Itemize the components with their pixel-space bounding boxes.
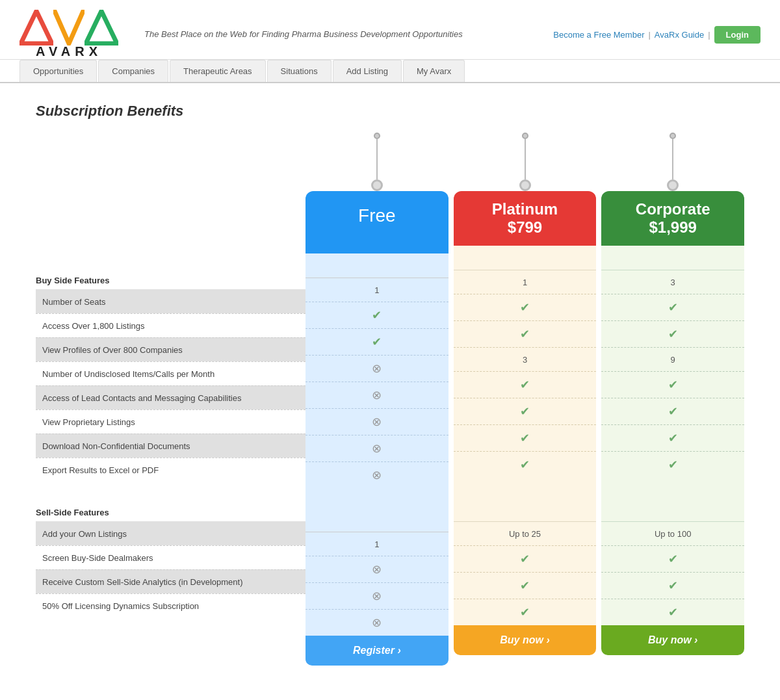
free-lead-contacts: ⊗ bbox=[306, 382, 448, 408]
corp-screen: ✔ bbox=[601, 545, 744, 572]
logo-v-icon bbox=[53, 10, 84, 45]
free-add-listings: 1 bbox=[306, 532, 448, 556]
corp-undisclosed: 9 bbox=[601, 347, 744, 371]
feature-add-listings: Add your Own Listings bbox=[36, 521, 306, 545]
feature-undisclosed-items: Number of Undisclosed Items/Calls per Mo… bbox=[36, 361, 306, 385]
corp-seats: 3 bbox=[601, 270, 744, 294]
svg-marker-0 bbox=[21, 11, 52, 44]
tagline: The Best Place on the Web for Finding Ph… bbox=[144, 28, 553, 41]
corp-proprietary: ✔ bbox=[601, 398, 744, 424]
corp-access-listings: ✔ bbox=[601, 294, 744, 320]
feature-download-docs: Download Non-Confidential Documents bbox=[36, 434, 306, 458]
plat-seats: 1 bbox=[454, 270, 597, 294]
corp-download: ✔ bbox=[601, 424, 744, 451]
corp-lead-contacts: ✔ bbox=[601, 371, 744, 398]
feature-screen-dealmakers: Screen Buy-Side Dealmakers bbox=[36, 545, 306, 569]
plat-licensing: ✔ bbox=[454, 599, 597, 625]
corp-licensing: ✔ bbox=[601, 599, 744, 625]
plat-add-listings: Up to 25 bbox=[454, 521, 597, 545]
plat-proprietary: ✔ bbox=[454, 398, 597, 424]
nav-add-listing[interactable]: Add Listing bbox=[333, 60, 402, 82]
features-column: Buy Side Features Number of Seats Access… bbox=[36, 126, 306, 666]
platinum-card-header: Platinum $799 bbox=[454, 191, 597, 246]
separator-1: | bbox=[648, 30, 650, 40]
feature-number-of-seats: Number of Seats bbox=[36, 289, 306, 313]
free-licensing: ⊗ bbox=[306, 609, 448, 636]
free-download: ⊗ bbox=[306, 435, 448, 461]
avarx-guide-link[interactable]: AvaRx Guide bbox=[655, 30, 704, 40]
plat-undisclosed: 3 bbox=[454, 347, 597, 371]
free-cta-button[interactable]: Register › bbox=[306, 636, 448, 666]
plat-download: ✔ bbox=[454, 424, 597, 451]
free-seats: 1 bbox=[306, 278, 448, 302]
separator-2: | bbox=[708, 30, 710, 40]
nav-companies[interactable]: Companies bbox=[98, 60, 168, 82]
sell-side-label: Sell-Side Features bbox=[36, 501, 306, 521]
free-card-header: Free bbox=[306, 191, 448, 253]
feature-proprietary-listings: View Proprietary Listings bbox=[36, 409, 306, 434]
nav-my-avarx[interactable]: My Avarx bbox=[403, 60, 465, 82]
nav-therapeutic-areas[interactable]: Therapeutic Areas bbox=[170, 60, 266, 82]
feature-sell-analytics: Receive Custom Sell-Side Analytics (in D… bbox=[36, 569, 306, 593]
plat-screen: ✔ bbox=[454, 545, 597, 572]
free-plan-column: Free 1 ✔ ✔ ⊗ ⊗ bbox=[306, 126, 448, 666]
become-member-link[interactable]: Become a Free Member bbox=[553, 30, 644, 40]
free-undisclosed: ⊗ bbox=[306, 355, 448, 382]
corp-add-listings: Up to 100 bbox=[601, 521, 744, 545]
feature-licensing-dynamics: 50% Off Licensing Dynamics Subscription bbox=[36, 593, 306, 617]
plat-export: ✔ bbox=[454, 451, 597, 478]
free-proprietary: ⊗ bbox=[306, 408, 448, 435]
platinum-cta-button[interactable]: Buy now › bbox=[454, 625, 597, 655]
free-screen: ⊗ bbox=[306, 556, 448, 582]
free-analytics: ⊗ bbox=[306, 582, 448, 609]
free-export: ⊗ bbox=[306, 461, 448, 488]
platinum-plan-column: Platinum $799 1 ✔ ✔ 3 ✔ ✔ bbox=[454, 126, 597, 666]
feature-access-listings: Access Over 1,800 Listings bbox=[36, 313, 306, 337]
plat-lead-contacts: ✔ bbox=[454, 371, 597, 398]
svg-marker-1 bbox=[86, 11, 117, 44]
feature-view-profiles: View Profiles of Over 800 Companies bbox=[36, 337, 306, 361]
logo: AVARX bbox=[20, 10, 118, 59]
free-view-profiles: ✔ bbox=[306, 328, 448, 355]
nav-situations[interactable]: Situations bbox=[267, 60, 332, 82]
plat-analytics: ✔ bbox=[454, 572, 597, 599]
corporate-cta-button[interactable]: Buy now › bbox=[601, 625, 744, 655]
corporate-card-header: Corporate $1,999 bbox=[601, 191, 744, 246]
feature-export-results: Export Results to Excel or PDF bbox=[36, 458, 306, 482]
logo-a2-icon bbox=[84, 10, 118, 45]
plat-view-profiles: ✔ bbox=[454, 320, 597, 347]
nav-opportunities[interactable]: Opportunities bbox=[20, 60, 97, 82]
corp-view-profiles: ✔ bbox=[601, 320, 744, 347]
page-title: Subscription Benefits bbox=[36, 103, 744, 120]
plat-access-listings: ✔ bbox=[454, 294, 597, 320]
buy-side-label: Buy Side Features bbox=[36, 269, 306, 289]
corp-export: ✔ bbox=[601, 451, 744, 478]
brand-name: AVARX bbox=[36, 44, 102, 59]
feature-lead-contacts: Access of Lead Contacts and Messaging Ca… bbox=[36, 385, 306, 409]
logo-a1-icon bbox=[20, 10, 53, 45]
free-access-listings: ✔ bbox=[306, 302, 448, 328]
corp-analytics: ✔ bbox=[601, 572, 744, 599]
corporate-plan-column: Corporate $1,999 3 ✔ ✔ 9 ✔ ✔ bbox=[601, 126, 744, 666]
login-button[interactable]: Login bbox=[714, 26, 760, 44]
